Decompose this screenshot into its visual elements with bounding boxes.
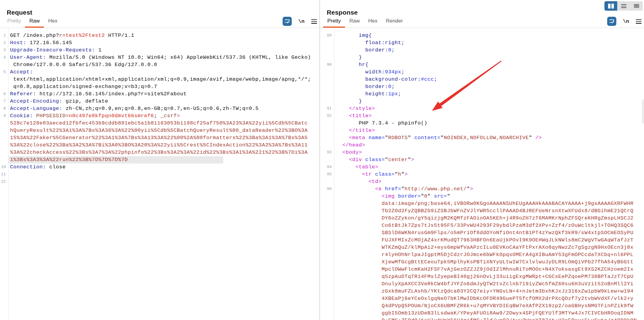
code-line: 528c7e128e03aeced12fbfec453b9cddb881ebc5… [0,120,319,127]
code-text: ggbI5Omb13zUDeB3lLsdwaK/YPeyAFUOi8Aw9/2D… [334,310,633,317]
code-line: PHP 7.3.4 - phpinfo() [320,120,644,127]
code-text: <title> [334,112,372,120]
line-number [0,149,8,156]
code-line: 4XBEaPj6eYCeOxlgqNeO7bKlMwIDbKcOFOR49Gue… [320,295,644,302]
code-text: hr{ [334,61,369,69]
line-number [320,200,334,207]
request-editor[interactable]: 1GET /index.php?r=test%2Ftest2 HTTP/1.12… [0,28,319,320]
line-number: 8 [0,105,8,112]
word-wrap-icon[interactable] [283,17,292,26]
code-line: Tb2Z0d2FyZQBBZG9iZSBJbWFnZVJlYWR5ccllPAA… [320,207,644,215]
code-text: img{ [334,32,372,39]
line-number [320,69,334,76]
code-text: Chrome/127.0.0.0 Safari/537.36 Edg/127.0… [8,61,157,69]
line-number: 6 [0,90,8,98]
code-text: GET /index.php?r=test%2Ftest2 HTTP/1.1 [8,32,134,39]
split-rows-view-button[interactable] [617,1,630,11]
line-number: 4 [0,54,8,61]
line-number [320,222,334,229]
code-line: } [320,54,644,61]
line-number [320,76,334,83]
code-text: Host: 172.16.56.145 [8,39,72,47]
line-number [0,61,8,69]
tab-hex[interactable]: Hex [364,15,381,28]
code-line: border:0; [320,83,644,90]
code-text: User-Agent: Mozilla/5.0 (Windows NT 10.0… [8,54,311,61]
code-text: D+FMG+ZEQdQ/tsHlyAWnYS6H4qifMC+Zld/wg92/… [334,317,637,320]
code-line: Co6tBtJk7Zps7tJs5t95F5/33PvWU4293F29ybdl… [320,222,644,229]
code-text: <meta name="ROBOTS" content="NOINDEX,NOF… [334,134,542,142]
tab-hex[interactable]: Hex [44,15,61,28]
code-line: 96 <a href="http://www.php.net/"> [320,185,644,193]
code-line: </head> [320,142,644,149]
tab-raw[interactable]: Raw [25,15,44,28]
code-line: Q4dPVpQ5POUm/NjoCX6UBMFZR6k+u7qMYVBYDIEq… [320,302,644,310]
tab-pretty[interactable]: Pretty [3,15,25,28]
code-text: border:0; [334,47,395,54]
burp-message-editor: Request PrettyRawHex \n 1GET /index.php?… [0,0,644,320]
code-line: <td> [320,178,644,185]
code-line: MpclOWwFlcmKaH2FSF7vAjGezOZZJZ9jOdIZlMhn… [320,266,644,273]
code-line: data:image/png;base64,iVBORw0KGgoAAAANSU… [320,200,644,207]
code-line: 95 <tr class="h"> [320,171,644,178]
code-line: %3A%22close%22%3Ba%3A2%3A%7Bi%3A0%3BO%3A… [0,142,319,149]
code-text: width:934px; [334,69,405,76]
code-line: 93 <body> [320,149,644,156]
line-number [320,302,334,310]
code-text: background-color:#ccc; [334,76,437,83]
code-text: zGxk8muFZLAshb/YKtzQdca03Y2CQ7eiy+YNGvLN… [334,288,633,295]
code-text: r4lyHOhNrlpaJIgptM5DjCdzrJOJmce6bWFkOpqs… [334,251,633,258]
line-number [320,47,334,54]
code-line: 4User-Agent: Mozilla/5.0 (Windows NT 10.… [0,54,319,61]
code-text: MpclOWwFlcmKaH2FSF7vAjGezOZZJZ9jOdIZlMhn… [334,266,633,273]
newline-toggle-icon[interactable]: \n [298,19,305,24]
split-columns-view-button[interactable] [604,1,617,11]
tab-render[interactable]: Render [382,15,407,28]
line-number [320,237,334,244]
code-line: <div class="center"> [320,156,644,164]
line-number [0,156,8,164]
code-line: DY6oZZykon/gY5qizjgM2KQMfzFAOioOA5KEh+j4… [320,215,644,222]
response-editor[interactable]: 89 img{ float:right; border:0; }90 hr{ w… [320,28,644,320]
line-number [320,229,334,237]
code-line: height:1px; [320,90,644,98]
code-text: Q4dPVpQ5POUm/NjoCX6UBMFZR6k+u7qMYVBYDIEq… [334,302,633,310]
code-line: %3A%22checkAccess%22%3Bs%3A7%3A%22phpinf… [0,149,319,156]
response-scrollbar-thumb[interactable] [642,100,644,123]
code-line: <img border="0" src=" [320,193,644,200]
tab-raw[interactable]: Raw [345,15,364,28]
code-line: 94 <table> [320,164,644,171]
code-text: <tr class="h"> [334,171,408,178]
word-wrap-icon[interactable] [607,17,616,26]
code-text [8,171,10,178]
code-text: Accept-Encoding: gzip, deflate [8,98,108,105]
code-line: ggbI5Omb13zUDeB3lLsdwaK/YPeyAFUOi8Aw9/2D… [320,310,644,317]
code-text: Accept: [8,69,33,76]
single-panel-view-button[interactable] [630,1,643,11]
code-line: XjewMfGcgBttECeouTpk5MplhyKsPBTiXNYyULtw… [320,258,644,266]
code-text: height:1px; [334,90,401,98]
code-text: Upgrade-Insecure-Requests: 1 [8,47,102,54]
code-text: Connection: close [8,164,66,171]
line-number [320,39,334,47]
code-text: SBSlD6WKN4rusGm9Flps/o5mPriOf8ddOYoNfiOn… [334,229,633,237]
code-line: } [320,98,644,105]
line-number [320,127,334,134]
code-text: float:right; [334,39,405,47]
code-line: 1GET /index.php?r=test%2Ftest2 HTTP/1.1 [0,32,319,39]
code-line: float:right; [320,39,644,47]
code-line: <meta name="ROBOTS" content="NOINDEX,NOF… [320,134,644,142]
tab-pretty[interactable]: Pretty [323,15,345,28]
code-text: data:image/png;base64,iVBORw0KGgoAAAANSU… [334,200,633,207]
code-line: 11 [0,171,319,178]
line-number [0,134,8,142]
code-text: Referer: http://172.16.56.145/index.php?… [8,90,187,98]
hamburger-menu-icon[interactable] [636,19,642,24]
hamburger-menu-icon[interactable] [311,19,317,24]
code-text: %3A%22checkAccess%22%3Bs%3A7%3A%22phpinf… [8,149,308,156]
newline-toggle-icon[interactable]: \n [623,19,629,24]
code-text: Cookie: PHPSESSID=n0c497e8kfpqn0dmvt66sm… [8,112,180,120]
code-text: hQueryResult%22%3A1%3A%7Bs%3A36%3A%22%00… [8,127,308,134]
code-line: FUJXFMIxZcMOjAZ4xrKMudQT7963HBFOn6EaUjkP… [320,237,644,244]
line-number [0,76,8,83]
